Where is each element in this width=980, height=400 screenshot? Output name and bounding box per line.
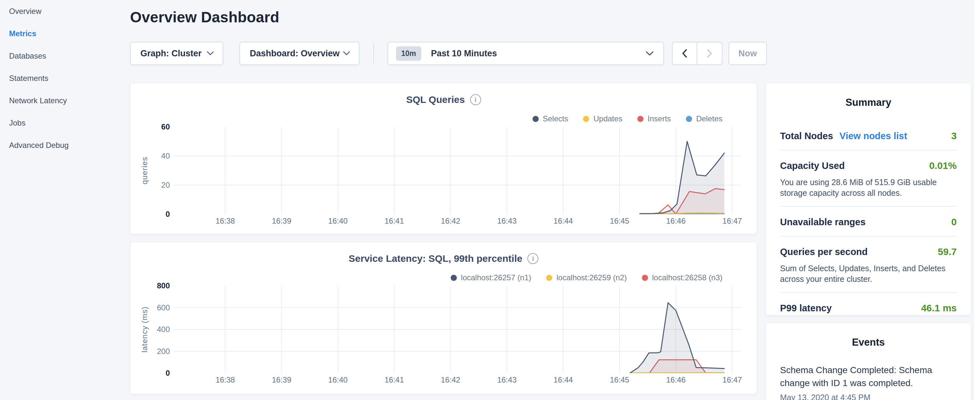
summary-row: Capacity Used0.01%You are using 28.6 MiB…: [780, 150, 957, 198]
x-axis-tick: 16:45: [597, 375, 642, 384]
chevron-down-icon: [645, 51, 654, 56]
legend-dot-icon: [637, 116, 644, 122]
x-axis-tick: 16:44: [541, 375, 586, 384]
summary-row-value: 0.01%: [929, 160, 957, 171]
chart-title: SQL Queries: [406, 94, 465, 105]
legend-item-localhost-26258-n3-[interactable]: localhost:26258 (n3): [642, 273, 722, 282]
sidebar-item-statements[interactable]: Statements: [0, 67, 129, 89]
event-item[interactable]: Schema Change Completed: Schema change w…: [766, 364, 971, 400]
toolbar-divider: [373, 42, 374, 64]
time-range-badge: 10m: [396, 46, 421, 61]
time-range-dropdown[interactable]: 10m Past 10 Minutes: [388, 42, 664, 65]
events-title: Events: [766, 336, 971, 348]
dashboard-label: Dashboard: Overview: [250, 49, 340, 59]
legend-dot-icon: [686, 116, 692, 122]
legend-dot-icon: [451, 275, 457, 281]
chart-legend: SelectsUpdatesInsertsDeletes: [533, 114, 723, 123]
x-axis-tick: 16:44: [541, 217, 586, 226]
view-nodes-list-link[interactable]: View nodes list: [840, 131, 907, 142]
chevron-down-icon: [207, 51, 214, 56]
time-pager: [672, 42, 722, 65]
legend-item-updates[interactable]: Updates: [583, 114, 622, 123]
x-axis-tick: 16:41: [372, 375, 417, 384]
legend-dot-icon: [642, 275, 648, 281]
x-axis-tick: 16:47: [710, 217, 755, 226]
summary-row: Unavailable ranges0: [780, 206, 957, 236]
legend-item-localhost-26257-n1-[interactable]: localhost:26257 (n1): [451, 273, 531, 282]
summary-row-label: Total Nodes: [780, 131, 833, 142]
x-axis-tick: 16:40: [315, 217, 360, 226]
x-axis-tick: 16:46: [653, 217, 698, 226]
summary-title: Summary: [766, 97, 971, 108]
summary-row-value: 46.1 ms: [921, 303, 957, 314]
sidebar: OverviewMetricsDatabasesStatementsNetwor…: [0, 0, 129, 400]
chart-canvas[interactable]: [173, 286, 741, 373]
sidebar-item-databases[interactable]: Databases: [0, 45, 129, 67]
sidebar-item-jobs[interactable]: Jobs: [0, 112, 129, 134]
events-panel: Events Schema Change Completed: Schema c…: [765, 323, 971, 400]
info-icon[interactable]: i: [527, 253, 538, 264]
x-axis-tick: 16:38: [202, 375, 248, 384]
legend-label: localhost:26257 (n1): [461, 273, 531, 282]
legend-label: Inserts: [648, 114, 671, 123]
scrollbar[interactable]: [974, 0, 980, 400]
summary-row: P99 latency46.1 ms: [780, 292, 957, 322]
events-list: Schema Change Completed: Schema change w…: [766, 364, 971, 400]
legend-item-localhost-26259-n2-[interactable]: localhost:26259 (n2): [546, 273, 627, 282]
legend-label: localhost:26258 (n3): [652, 273, 722, 282]
legend-item-selects[interactable]: Selects: [533, 114, 568, 123]
x-axis-tick: 16:46: [653, 375, 698, 384]
sidebar-item-metrics[interactable]: Metrics: [0, 22, 129, 45]
prev-time-button[interactable]: [673, 42, 697, 64]
page-title: Overview Dashboard: [130, 8, 279, 26]
event-timestamp: May 13, 2020 at 4:45 PM: [780, 393, 957, 400]
x-axis-tick: 16:39: [259, 217, 304, 226]
summary-row-label: P99 latency: [780, 303, 832, 314]
legend-item-deletes[interactable]: Deletes: [686, 114, 722, 123]
event-text: Schema Change Completed: Schema change w…: [780, 364, 935, 390]
sql-queries-chart-card: SQL Queries i SelectsUpdatesInsertsDelet…: [130, 83, 757, 234]
legend-label: Selects: [543, 114, 568, 123]
next-time-button[interactable]: [697, 42, 722, 64]
graph-source-dropdown[interactable]: Graph: Cluster: [130, 42, 223, 65]
summary-row-value: 3: [951, 131, 957, 142]
legend-dot-icon: [533, 116, 539, 122]
x-axis-tick: 16:42: [428, 375, 473, 384]
legend-label: Updates: [593, 114, 622, 123]
summary-row-label: Capacity Used: [780, 161, 845, 171]
x-axis-tick: 16:40: [315, 375, 360, 384]
x-axis-tick: 16:45: [597, 217, 642, 226]
graph-source-label: Graph: Cluster: [140, 49, 202, 59]
summary-row-label: Queries per second: [780, 247, 868, 257]
chart-title: Service Latency: SQL, 99th percentile: [349, 253, 522, 264]
info-icon[interactable]: i: [470, 94, 481, 105]
chart-canvas[interactable]: [173, 127, 741, 214]
x-axis-tick: 16:39: [259, 375, 304, 384]
legend-dot-icon: [583, 116, 589, 122]
dashboard-dropdown[interactable]: Dashboard: Overview: [239, 42, 360, 65]
chart-legend: localhost:26257 (n1)localhost:26259 (n2)…: [451, 273, 722, 282]
legend-label: localhost:26259 (n2): [557, 273, 627, 282]
summary-row-note: Sum of Selects, Updates, Inserts, and De…: [780, 263, 957, 284]
sidebar-item-advanced-debug[interactable]: Advanced Debug: [0, 134, 129, 156]
sidebar-item-overview[interactable]: Overview: [0, 0, 129, 22]
summary-row: Total NodesView nodes list3: [780, 121, 957, 150]
chevron-left-icon: [681, 49, 688, 58]
summary-row-label: Unavailable ranges: [780, 217, 865, 228]
summary-row-value: 0: [951, 217, 957, 228]
summary-row: Queries per second59.7Sum of Selects, Up…: [780, 236, 957, 284]
legend-item-inserts[interactable]: Inserts: [637, 114, 671, 123]
now-button[interactable]: Now: [729, 42, 767, 65]
sidebar-item-network-latency[interactable]: Network Latency: [0, 89, 129, 112]
service-latency-chart-card: Service Latency: SQL, 99th percentile i …: [130, 242, 757, 394]
x-axis-tick: 16:38: [202, 217, 248, 226]
x-axis-tick: 16:43: [484, 217, 530, 226]
chevron-right-icon: [706, 49, 713, 58]
y-axis-label: queries: [140, 127, 150, 214]
x-axis-tick: 16:42: [428, 217, 473, 226]
time-range-label: Past 10 Minutes: [431, 49, 497, 59]
legend-label: Deletes: [696, 114, 722, 123]
summary-rows: Total NodesView nodes list3Capacity Used…: [766, 121, 971, 322]
legend-dot-icon: [546, 275, 552, 281]
summary-panel: Summary Total NodesView nodes list3Capac…: [765, 83, 971, 316]
